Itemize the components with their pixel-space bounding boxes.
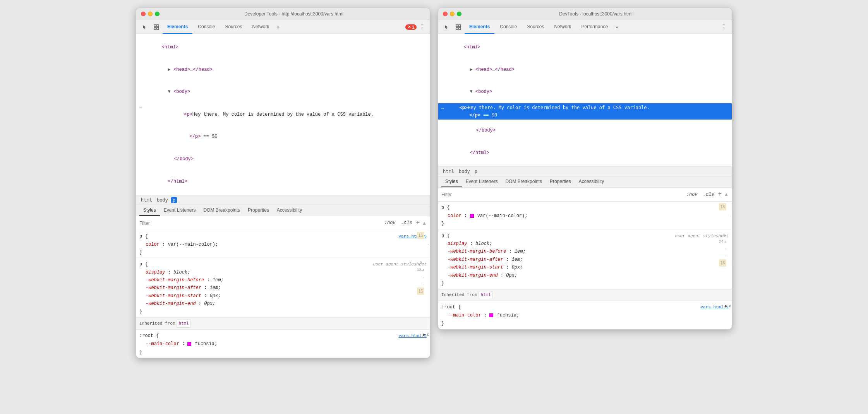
cls-button[interactable]: .cls — [400, 219, 414, 227]
right-prop-name-margin-after[interactable]: -webkit-margin-after — [448, 257, 503, 262]
right-tab-more[interactable]: » — [613, 20, 620, 34]
prop-name-margin-start[interactable]: -webkit-margin-start — [146, 293, 201, 299]
color-swatch-fuchsia[interactable] — [187, 342, 191, 346]
right-corner-icon — [724, 192, 729, 197]
tab-elements[interactable]: Elements — [163, 20, 192, 34]
right-dom-body[interactable]: ▼ <body> — [438, 81, 732, 103]
right-dom-html-close[interactable]: </html> — [438, 142, 732, 164]
svg-rect-5 — [456, 25, 458, 27]
left-filter-bar: :hov .cls + — [136, 216, 430, 230]
right-minimize-button[interactable] — [450, 12, 455, 16]
right-panel-tab-styles[interactable]: Styles — [441, 176, 462, 187]
right-panel-tab-dom-breakpoints[interactable]: DOM Breakpoints — [501, 176, 546, 187]
tab-sources[interactable]: Sources — [220, 20, 247, 34]
bc-html[interactable]: html — [139, 197, 154, 203]
right-prop-value-display: block; — [475, 241, 492, 246]
prop-name-margin-before[interactable]: -webkit-margin-before — [146, 277, 204, 283]
right-inspect-icon[interactable] — [453, 22, 464, 33]
right-prop-name-main-color[interactable]: --main-color — [448, 312, 481, 318]
right-styles-panel: :hov .cls + p { color : var(--main-color… — [438, 188, 732, 329]
left-panel-tabs: Styles Event Listeners DOM Breakpoints P… — [136, 205, 430, 216]
right-close-button[interactable] — [443, 12, 448, 16]
hov-button[interactable]: :hov — [383, 219, 397, 227]
panel-tab-dom-breakpoints[interactable]: DOM Breakpoints — [199, 205, 244, 216]
right-expand-right[interactable]: ▶ c — [725, 303, 731, 309]
right-bc-body[interactable]: body — [457, 168, 472, 174]
panel-tab-styles[interactable]: Styles — [139, 205, 160, 216]
right-tab-performance[interactable]: Performance — [576, 20, 612, 34]
tab-more[interactable]: » — [274, 20, 281, 34]
right-inherited-header: Inherited from html — [438, 289, 732, 301]
right-color-swatch[interactable] — [470, 214, 474, 218]
bc-p[interactable]: p — [171, 197, 177, 203]
panel-tab-properties[interactable]: Properties — [244, 205, 273, 216]
prop-name-margin-after[interactable]: -webkit-margin-after — [146, 285, 201, 291]
right-prop-value-margin-end: 0px; — [506, 273, 517, 278]
dom-line-body-close[interactable]: </body> — [136, 148, 430, 171]
css-source-root[interactable]: vars.html:2 — [398, 332, 427, 340]
right-tab-network[interactable]: Network — [549, 20, 576, 34]
inspect-icon[interactable] — [151, 22, 162, 33]
bc-body[interactable]: body — [155, 197, 170, 203]
right-bc-p[interactable]: p — [473, 168, 479, 174]
dom-line-html[interactable]: <html> — [136, 36, 430, 59]
right-breadcrumb: html body p — [438, 167, 732, 176]
panel-tab-event-listeners[interactable]: Event Listeners — [160, 205, 200, 216]
prop-name-display[interactable]: display — [146, 270, 165, 275]
right-cls-button[interactable]: .cls — [702, 190, 716, 199]
right-tab-elements[interactable]: Elements — [465, 20, 494, 34]
error-badge[interactable]: 1 — [405, 24, 417, 30]
left-root-rule: :root { vars.html:2 --main-color : fuchs… — [136, 330, 430, 358]
right-prop-value-margin-after: 1em; — [512, 257, 523, 262]
right-menu-icon[interactable]: ⋮ — [719, 22, 729, 32]
prop-name-main-color[interactable]: --main-color — [146, 341, 179, 346]
cursor-icon[interactable] — [139, 22, 150, 33]
right-prop-name-margin-start[interactable]: -webkit-margin-start — [448, 265, 503, 270]
dom-line-p[interactable]: … <p>Hey there. My color is determined b… — [136, 103, 430, 126]
right-prop-name-display[interactable]: display — [448, 241, 467, 246]
tab-console[interactable]: Console — [193, 20, 220, 34]
right-bc-html[interactable]: html — [441, 168, 456, 174]
right-dom-body-close[interactable]: </body> — [438, 120, 732, 142]
right-prop-name-margin-before[interactable]: -webkit-margin-before — [448, 249, 506, 254]
right-prop-name-color[interactable]: color — [448, 213, 461, 219]
dom-line-head[interactable]: ▶ <head>…</head> — [136, 59, 430, 81]
right-dom-p-selected[interactable]: … <p>Hey there. My color is determined b… — [438, 103, 732, 120]
right-dom-html[interactable]: <html> — [438, 36, 732, 59]
right-panel-tab-properties[interactable]: Properties — [546, 176, 575, 187]
menu-icon[interactable]: ⋮ — [417, 22, 427, 32]
right-tab-console[interactable]: Console — [495, 20, 521, 34]
right-hov-button[interactable]: :hov — [685, 190, 699, 199]
expand-right[interactable]: ▶ c — [423, 331, 429, 338]
dom-line-html-close[interactable]: </html> — [136, 170, 430, 193]
left-filter-actions: :hov .cls + — [383, 218, 427, 228]
maximize-button[interactable] — [155, 12, 160, 16]
right-cursor-icon[interactable] — [441, 22, 452, 33]
css-selector-p1: p { — [139, 233, 148, 240]
right-css-source-root[interactable]: vars.html:2 — [700, 304, 729, 311]
right-dom-head[interactable]: ▶ <head>…</head> — [438, 59, 732, 81]
right-panel-tab-accessibility[interactable]: Accessibility — [575, 176, 608, 187]
left-title-bar: Developer Tools - http://localhost:3000/… — [136, 8, 430, 20]
minimize-button[interactable] — [148, 12, 153, 16]
right-maximize-button[interactable] — [457, 12, 461, 16]
prop-name-color[interactable]: color — [146, 242, 160, 247]
left-traffic-lights — [141, 12, 160, 16]
dom-line-p-close[interactable]: </p> == $0 — [136, 126, 430, 148]
right-tab-sources[interactable]: Sources — [522, 20, 549, 34]
right-add-style-button[interactable]: + — [718, 189, 722, 200]
tab-network[interactable]: Network — [247, 20, 274, 34]
right-num-dash2: - — [725, 245, 726, 252]
dom-line-body[interactable]: ▼ <body> — [136, 81, 430, 103]
num-dash3: - — [423, 281, 424, 287]
left-filter-input[interactable] — [139, 221, 380, 226]
right-panel-tab-event-listeners[interactable]: Event Listeners — [462, 176, 502, 187]
right-num-dash3: - — [725, 252, 726, 259]
right-filter-input[interactable] — [441, 192, 682, 197]
prop-name-margin-end[interactable]: -webkit-margin-end — [146, 301, 196, 306]
right-prop-name-margin-end[interactable]: -webkit-margin-end — [448, 273, 498, 278]
panel-tab-accessibility[interactable]: Accessibility — [273, 205, 306, 216]
close-button[interactable] — [141, 12, 146, 16]
add-style-button[interactable]: + — [416, 218, 420, 228]
right-color-swatch-fuchsia[interactable] — [489, 313, 493, 317]
